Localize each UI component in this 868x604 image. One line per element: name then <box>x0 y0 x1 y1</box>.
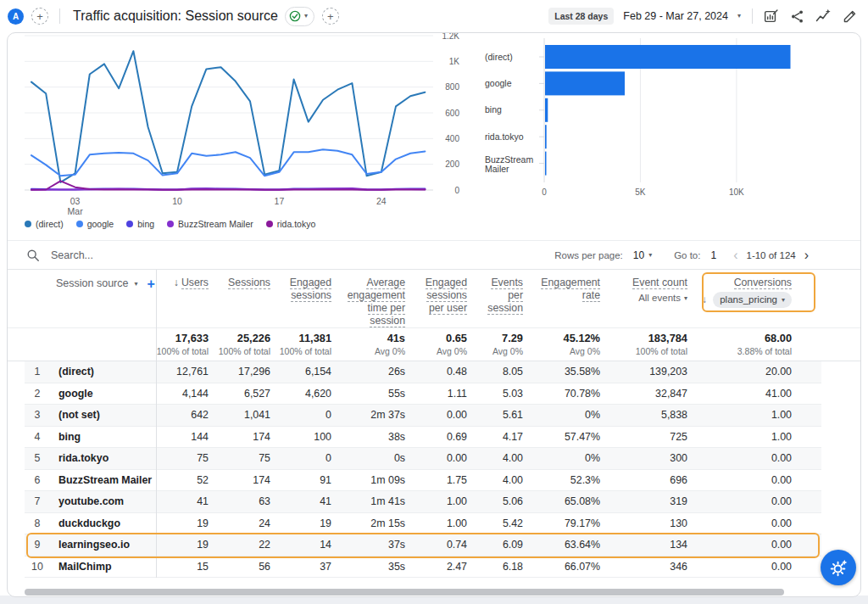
row-filler <box>792 556 821 579</box>
totals-sublabel: 3.88% of total <box>687 346 792 356</box>
metric-value-avg-engagement-time: 0s <box>331 448 405 470</box>
chevron-down-icon[interactable]: ▾ <box>648 252 652 259</box>
top-bar: A + Traffic acquisition: Session source … <box>0 0 868 32</box>
table-header-row: Session source▾+↓UsersSessionsEngagedses… <box>25 270 821 327</box>
next-page-button[interactable]: › <box>801 249 812 262</box>
metric-value-engaged-sessions: 0 <box>270 405 331 427</box>
totals-sublabel: 100% of total <box>156 346 209 356</box>
metric-value-users: 144 <box>156 427 209 449</box>
goto-page-input[interactable]: 1 <box>710 249 716 261</box>
report-status-pill[interactable]: ▾ <box>285 7 314 26</box>
metric-value-engagement-rate: 0% <box>523 448 600 470</box>
metric-value-engagement-rate: 57.47% <box>523 427 600 449</box>
column-header-sessions[interactable]: Sessions <box>209 270 270 327</box>
insights-icon[interactable] <box>815 8 832 25</box>
legend-item: google <box>76 219 114 229</box>
metric-value-users: 19 <box>156 513 209 535</box>
metric-value-engaged-sessions: 0 <box>270 448 331 470</box>
metric-value-avg-engagement-time: 55s <box>331 383 405 405</box>
dimension-header-session-source[interactable]: Session source▾+ <box>25 270 156 327</box>
header-label: per <box>508 289 523 302</box>
date-range[interactable]: Feb 29 - Mar 27, 2024 <box>623 10 728 22</box>
metric-value-engagement-rate: 65.08% <box>523 491 600 513</box>
scrollbar-thumb[interactable] <box>25 589 784 596</box>
metric-value-conversions: 0.00 <box>687 513 792 535</box>
chevron-down-icon[interactable]: ▾ <box>134 281 137 288</box>
x-axis-tick: 0 <box>542 187 547 197</box>
row-filler <box>792 491 821 513</box>
bar-google <box>545 71 625 95</box>
session-source-value: rida.tokyo <box>50 448 156 470</box>
table-row: 7youtube.com4163411m 41s1.005.0665.08%31… <box>25 491 821 513</box>
column-header-engaged-sessions[interactable]: Engagedsessions <box>270 270 331 327</box>
column-header-avg-engagement-time[interactable]: Averageengagementtime persession <box>331 270 405 327</box>
chevron-down-icon[interactable]: ▾ <box>737 13 741 20</box>
date-preset-badge: Last 28 days <box>548 8 614 25</box>
rows-per-page-label: Rows per page: <box>554 250 623 260</box>
totals-cell-engagement-rate: 45.12%Avg 0% <box>523 328 600 356</box>
edit-comparison-icon[interactable] <box>762 8 779 25</box>
check-circle-icon <box>289 10 301 22</box>
column-header-event-count[interactable]: Event countAll events▾ <box>600 270 687 327</box>
table-row: 1(direct)12,76117,2966,15426s0.488.0535.… <box>25 361 821 383</box>
pagination-controls: Rows per page: 10 ▾ Go to: 1 ‹ 1-10 of 1… <box>554 249 812 262</box>
legend-label: rida.tokyo <box>277 219 316 229</box>
metric-value-avg-engagement-time: 2m 37s <box>331 405 405 427</box>
row-filler <box>792 448 821 470</box>
horizontal-scrollbar[interactable] <box>25 589 845 596</box>
avatar[interactable]: A <box>8 8 24 25</box>
header-label: time per <box>368 302 405 315</box>
metric-value-avg-engagement-time: 2m 15s <box>331 513 405 535</box>
pin-report-button[interactable]: + <box>322 8 339 25</box>
totals-filler <box>792 328 821 356</box>
conversion-event-pill[interactable]: plans_pricing▾ <box>713 292 792 308</box>
share-icon[interactable] <box>788 8 805 25</box>
event-selector[interactable]: All events▾ <box>600 292 687 305</box>
table-toolbar: Search... Rows per page: 10 ▾ Go to: 1 ‹… <box>8 241 860 270</box>
header-label: sessions <box>291 289 331 302</box>
legend-item: BuzzStream Mailer <box>167 219 253 229</box>
column-header-conversions[interactable]: Conversions↓plans_pricing▾ <box>687 270 792 327</box>
search-icon <box>26 249 40 262</box>
metric-value-engaged-sessions: 91 <box>270 470 331 492</box>
row-number: 8 <box>25 513 50 535</box>
metric-value-events-per-session: 5.42 <box>467 513 523 535</box>
pagination-range: 1-10 of 124 <box>746 250 795 260</box>
add-dimension-button[interactable]: + <box>147 277 154 291</box>
metric-value-event-count: 5,838 <box>600 405 687 427</box>
plus-icon: + <box>36 11 43 22</box>
totals-cell-avg-engagement-time: 41sAvg 0% <box>331 328 405 356</box>
rows-per-page-select[interactable]: 10 <box>633 249 644 261</box>
metric-value-avg-engagement-time: 37s <box>331 534 405 556</box>
prev-page-button[interactable]: ‹ <box>730 249 741 262</box>
column-header-events-per-session[interactable]: Eventspersession <box>467 270 523 327</box>
metric-value-engagement-rate: 70.78% <box>523 383 600 405</box>
column-header-users[interactable]: ↓Users <box>156 270 209 327</box>
metric-value-avg-engagement-time: 26s <box>331 361 405 383</box>
legend-dot-icon <box>167 221 174 227</box>
metric-value-event-count: 346 <box>600 556 687 579</box>
column-header-engaged-sessions-per-user[interactable]: Engagedsessionsper user <box>405 270 467 327</box>
session-source-value: MailChimp <box>50 556 156 579</box>
table-row: 5rida.tokyo757500s0.004.000%3000.00 <box>25 448 821 470</box>
divider <box>59 8 60 24</box>
totals-sublabel: 100% of total <box>270 346 331 356</box>
metric-value-engagement-rate: 35.58% <box>523 361 600 383</box>
add-comparison-button[interactable]: + <box>31 8 48 25</box>
chevron-down-icon: ▾ <box>304 13 308 20</box>
y-axis-tick: 200 <box>445 159 459 169</box>
metric-value-conversions: 20.00 <box>687 361 792 383</box>
totals-sublabel: Avg 0% <box>523 346 600 356</box>
search-input[interactable]: Search... <box>26 249 93 262</box>
table-totals-row: 17,633100% of total25,226100% of total11… <box>8 328 860 361</box>
legend-item: (direct) <box>25 219 64 229</box>
insights-fab[interactable] <box>821 550 856 585</box>
header-label: rate <box>582 289 600 302</box>
column-header-engagement-rate[interactable]: Engagementrate <box>523 270 600 327</box>
edit-report-icon[interactable] <box>841 8 858 25</box>
x-axis-tick: 17 <box>275 196 285 206</box>
bar-rida.tokyo <box>545 125 547 148</box>
session-source-value: bing <box>50 427 156 449</box>
dimension-header-label: Session source <box>56 277 128 289</box>
row-number: 1 <box>25 361 50 383</box>
